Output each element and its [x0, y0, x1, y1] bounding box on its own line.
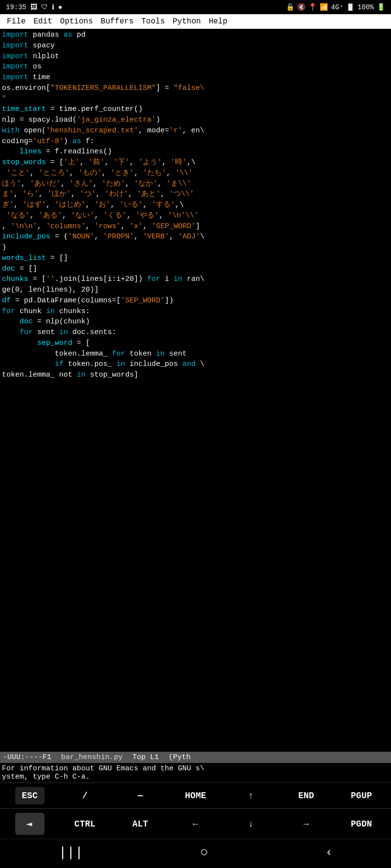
code-line-l23: ま', 'ら', 'ほか', 'つ', 'わけ', 'あと', 'つ\\': [2, 189, 389, 200]
mode-lang: (Pyth: [169, 753, 191, 762]
code-line-l37: for chunk in chunks:: [2, 306, 389, 317]
network-4g-icon: 4G⁺: [331, 3, 343, 11]
code-line-l35: ge(0, len(lines), 20)]: [2, 285, 389, 296]
pgdn-key[interactable]: PGDN: [347, 817, 376, 831]
code-line-l2: import spacy: [2, 41, 389, 51]
menu-buffers[interactable]: Buffers: [97, 16, 137, 27]
battery-percent: 100%: [357, 3, 374, 11]
code-line-l8: ": [2, 94, 389, 105]
code-line-l22: ほう', 'あいだ', 'さん', 'ため', 'なか', 'ま\\': [2, 179, 389, 190]
code-line-l7: os.environ["TOKENIZERS_PARALLELISM"] = "…: [2, 83, 389, 94]
code-line-l16: with open('henshin_scraped.txt', mode='r…: [2, 126, 389, 136]
menu-help[interactable]: Help: [205, 16, 231, 27]
code-line-l40: sep_word = [: [2, 338, 389, 349]
home-key[interactable]: HOME: [181, 789, 210, 803]
keyboard[interactable]: ESC / — HOME ↑ END PGUP ⇥ CTRL ALT ← ↓ →…: [0, 783, 391, 839]
dot-icon: ●: [58, 3, 62, 11]
signal-icon: 📶: [320, 3, 328, 11]
nav-bar: ||| ○ ‹: [0, 839, 391, 868]
code-line-l1: import pandas as pd: [2, 30, 389, 41]
esc-key[interactable]: ESC: [15, 787, 44, 804]
nav-recent-apps[interactable]: |||: [59, 845, 83, 860]
code-line-l10: time_start = time.perf_counter(): [2, 104, 389, 115]
lock-icon: 🔒: [286, 3, 294, 11]
code-line-l21: 'こと', 'ところ', 'もの', 'とき', 'たち', '\\': [2, 168, 389, 179]
photo-icon: 🖼: [30, 3, 37, 11]
code-line-l38: doc = nlp(chunk): [2, 317, 389, 327]
time: 19:35: [6, 3, 26, 11]
key-row-1: ESC / — HOME ↑ END PGUP: [0, 783, 391, 808]
right-key[interactable]: →: [291, 817, 321, 831]
code-line-l29: ): [2, 242, 389, 253]
end-key[interactable]: END: [291, 789, 321, 803]
code-line-l25: 'なる', 'ある', 'ない', 'くる', 'やる', '\n'\\': [2, 211, 389, 221]
code-line-l39: for sent in doc.sents:: [2, 327, 389, 338]
code-line-l26: , '\n\n', 'columns', 'rows', 'x', 'SEP_W…: [2, 221, 389, 232]
mode-line: -UUU:----F1 bar_henshin.py Top L1 (Pyth: [0, 752, 391, 763]
status-left: 19:35 🖼 🛡 ℹ ●: [6, 3, 62, 11]
info-line: For information about GNU Emacs and the …: [0, 763, 391, 783]
code-line-l3: import nlplot: [2, 51, 389, 62]
menu-edit[interactable]: Edit: [29, 16, 56, 27]
mode-position: Top L1: [132, 753, 159, 762]
tab-key[interactable]: ⇥: [15, 813, 44, 835]
code-line-l24: ぎ', 'はず', 'はじめ', 'お', 'いる', 'する',\: [2, 200, 389, 211]
mode-indicator: -UUU:----F1: [3, 753, 51, 762]
code-line-l36: df = pd.DataFrame(columns=['SEP_WORD']): [2, 296, 389, 306]
code-line-l17: coding='utf-8') as f:: [2, 136, 389, 147]
menu-bar[interactable]: File Edit Options Buffers Tools Python H…: [0, 14, 391, 29]
battery-icon: 🔋: [377, 3, 385, 11]
pgup-key[interactable]: PGUP: [347, 789, 376, 803]
key-row-2: ⇥ CTRL ALT ← ↓ → PGDN: [0, 808, 391, 839]
dash-key[interactable]: —: [126, 789, 155, 803]
code-line-l33: doc = []: [2, 264, 389, 275]
code-line-l42: if token.pos_ in include_pos and \: [2, 359, 389, 370]
status-right: 🔒 🔇 📍 📶 4G⁺ ▐▌ 100% 🔋: [286, 3, 385, 11]
code-line-l13: nlp = spacy.load('ja_ginza_electra'): [2, 115, 389, 126]
code-line-l32: words_list = []: [2, 253, 389, 264]
menu-file[interactable]: File: [3, 16, 29, 27]
nav-back[interactable]: ‹: [326, 846, 332, 859]
up-key[interactable]: ↑: [236, 789, 265, 803]
code-line-l18: lines = f.readlines(): [2, 147, 389, 157]
code-line-l4: import os: [2, 62, 389, 72]
shield-check-icon: 🛡: [41, 3, 48, 11]
mute-icon: 🔇: [297, 3, 305, 11]
code-line-l41: token.lemma_ for token in sent: [2, 349, 389, 360]
location-icon: 📍: [308, 3, 317, 11]
left-key[interactable]: ←: [181, 817, 210, 831]
menu-options[interactable]: Options: [56, 16, 97, 27]
code-editor[interactable]: import pandas as pdimport spacyimport nl…: [0, 29, 391, 752]
code-line-l28: include_pos = ('NOUN', 'PROPN', 'VERB', …: [2, 232, 389, 242]
down-key[interactable]: ↓: [236, 817, 265, 831]
mode-filename: bar_henshin.py: [61, 753, 123, 762]
code-line-l20: stop_words = ['上', '前', '下', 'よう', '時',\: [2, 157, 389, 168]
status-bar: 19:35 🖼 🛡 ℹ ● 🔒 🔇 📍 📶 4G⁺ ▐▌ 100% 🔋: [0, 0, 391, 14]
bars-icon: ▐▌: [347, 3, 355, 11]
nav-home[interactable]: ○: [200, 845, 209, 860]
code-line-l43: token.lemma_ not in stop_words]: [2, 370, 389, 381]
menu-python[interactable]: Python: [169, 16, 205, 27]
code-line-l34: chunks = [''.join(lines[i:i+20]) for i i…: [2, 274, 389, 285]
slash-key[interactable]: /: [70, 789, 100, 803]
menu-tools[interactable]: Tools: [137, 16, 169, 27]
ctrl-key[interactable]: CTRL: [70, 817, 100, 831]
alt-key[interactable]: ALT: [126, 817, 155, 831]
info-icon: ℹ: [52, 3, 54, 11]
code-line-l5: import time: [2, 72, 389, 83]
